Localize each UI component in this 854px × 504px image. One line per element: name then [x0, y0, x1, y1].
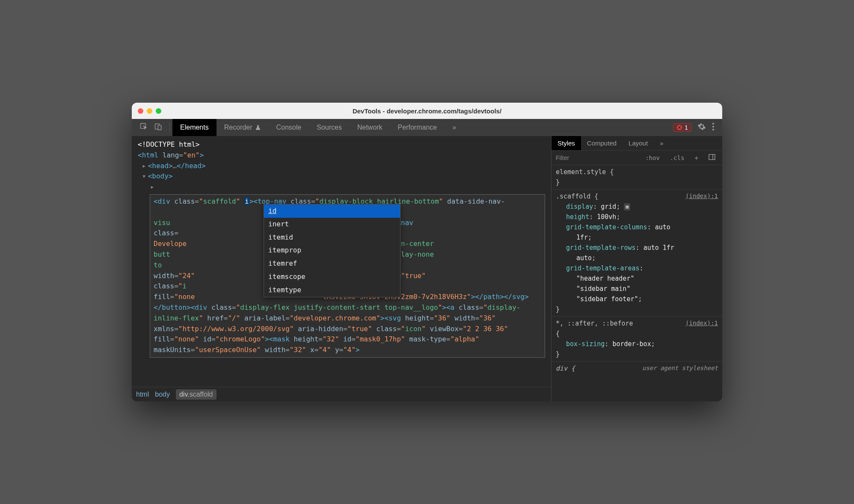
tab-console[interactable]: Console	[269, 119, 309, 136]
tab-network[interactable]: Network	[350, 119, 390, 136]
svg-rect-7	[709, 154, 715, 160]
minimize-window[interactable]	[147, 108, 152, 114]
ac-item-itemid[interactable]: itemid	[264, 231, 400, 244]
svg-point-5	[712, 126, 714, 127]
titlebar: DevTools - developer.chrome.com/tags/dev…	[132, 103, 722, 119]
zoom-window[interactable]	[156, 108, 161, 114]
tab-sources[interactable]: Sources	[309, 119, 350, 136]
svg-rect-2	[158, 125, 161, 130]
stab-layout[interactable]: Layout	[623, 136, 654, 150]
ac-item-id[interactable]: id	[264, 205, 400, 218]
tabs-overflow[interactable]: »	[445, 119, 464, 136]
flask-icon	[255, 125, 261, 130]
ua-stylesheet-label: user agent stylesheet	[642, 363, 718, 374]
source-link[interactable]: (index):1	[685, 191, 718, 202]
sidebar-toggle-icon[interactable]	[706, 153, 718, 162]
crumb-body[interactable]: body	[155, 391, 170, 398]
svg-point-6	[712, 129, 714, 130]
svg-point-4	[712, 123, 714, 125]
cls-button[interactable]: .cls	[667, 154, 687, 162]
inspect-icon[interactable]	[139, 122, 148, 133]
grid-icon[interactable]: ▦	[624, 203, 630, 211]
ac-item-itemtype[interactable]: itemtype	[264, 284, 400, 297]
window-title: DevTools - developer.chrome.com/tags/dev…	[353, 107, 501, 115]
stab-overflow[interactable]: »	[654, 136, 669, 150]
error-badge[interactable]: 1	[673, 123, 691, 132]
tab-elements[interactable]: Elements	[172, 119, 216, 136]
ac-item-itemref[interactable]: itemref	[264, 257, 400, 270]
tab-performance[interactable]: Performance	[390, 119, 445, 136]
breadcrumb: html body div.scaffold	[132, 387, 551, 401]
new-rule-button[interactable]: +	[692, 154, 701, 162]
error-icon	[676, 125, 682, 130]
devtools-window: DevTools - developer.chrome.com/tags/dev…	[132, 103, 722, 401]
styles-tabs: Styles Computed Layout »	[552, 136, 722, 151]
styles-body[interactable]: element.style { } .scaffold { (index):1 …	[552, 165, 722, 401]
styles-toolbar: Filter :hov .cls +	[552, 151, 722, 165]
stab-computed[interactable]: Computed	[581, 136, 623, 150]
tab-recorder[interactable]: Recorder	[216, 119, 269, 136]
filter-input[interactable]: Filter	[556, 154, 638, 161]
crumb-div-scaffold[interactable]: div.scaffold	[176, 389, 216, 400]
source-link[interactable]: (index):1	[685, 318, 718, 329]
window-controls	[138, 108, 161, 114]
crumb-html[interactable]: html	[136, 391, 149, 398]
more-icon[interactable]	[712, 122, 715, 133]
device-toggle-icon[interactable]	[154, 122, 163, 133]
ac-item-inert[interactable]: inert	[264, 218, 400, 231]
close-window[interactable]	[138, 108, 143, 114]
ac-item-itemscope[interactable]: itemscope	[264, 270, 400, 284]
hov-button[interactable]: :hov	[643, 154, 662, 162]
main-toolbar: Elements Recorder Console Sources Networ…	[132, 119, 722, 136]
ac-item-itemprop[interactable]: itemprop	[264, 244, 400, 257]
stab-styles[interactable]: Styles	[552, 136, 581, 150]
dom-tree[interactable]: <!DOCTYPE html> <html lang="en"> ▸<head>…	[132, 136, 551, 387]
autocomplete-popup: id inert itemid itemprop itemref itemsco…	[264, 204, 400, 297]
settings-icon[interactable]	[697, 122, 706, 133]
